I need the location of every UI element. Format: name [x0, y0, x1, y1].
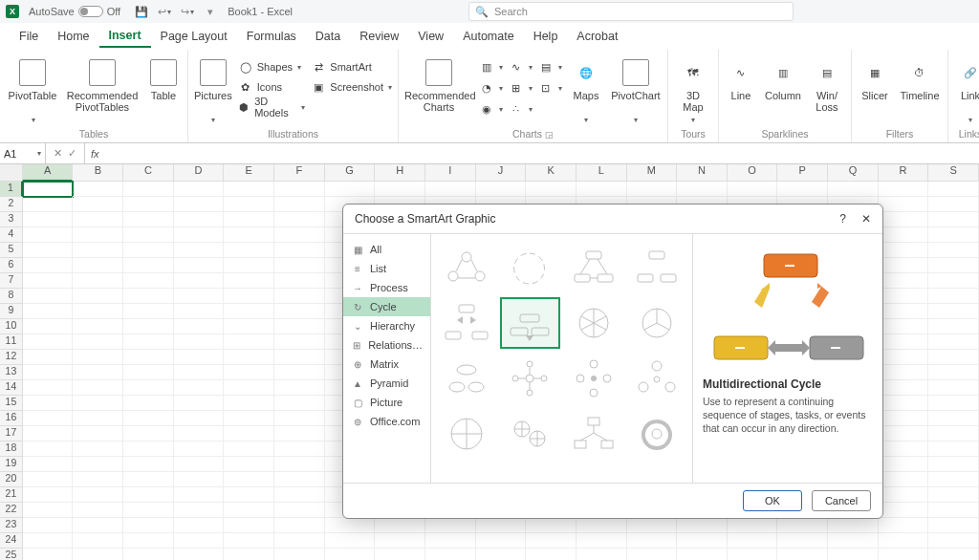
- cell[interactable]: [274, 411, 325, 426]
- cell[interactable]: [928, 243, 979, 258]
- cell[interactable]: [73, 319, 123, 334]
- smartart-thumbnail[interactable]: [627, 408, 686, 460]
- cell[interactable]: [123, 365, 174, 380]
- cell[interactable]: [224, 472, 274, 487]
- smartart-thumbnail[interactable]: [500, 408, 559, 460]
- category-item[interactable]: ⊞Relations…: [343, 335, 430, 355]
- cell[interactable]: [224, 365, 274, 380]
- cell[interactable]: [375, 182, 425, 197]
- cell[interactable]: [928, 350, 979, 365]
- timeline-button[interactable]: ⏱Timeline: [898, 57, 942, 113]
- recommended-charts-button[interactable]: Recommended Charts: [404, 57, 473, 113]
- tab-file[interactable]: File: [10, 26, 48, 47]
- cell[interactable]: [73, 227, 123, 243]
- cell[interactable]: [224, 396, 274, 411]
- cell[interactable]: [73, 503, 123, 518]
- cell[interactable]: [123, 319, 174, 334]
- table-button[interactable]: Table: [145, 57, 182, 113]
- sparkline-winloss-button[interactable]: ▤Win/ Loss: [809, 57, 845, 113]
- cell[interactable]: [224, 533, 274, 549]
- cell[interactable]: [274, 319, 325, 334]
- cell[interactable]: [123, 334, 174, 350]
- tab-view[interactable]: View: [408, 26, 453, 47]
- cell[interactable]: [224, 411, 274, 426]
- ok-button[interactable]: OK: [743, 490, 802, 511]
- smartart-thumbnail[interactable]: [500, 353, 559, 404]
- cell[interactable]: [274, 457, 325, 472]
- cell[interactable]: [23, 533, 74, 549]
- cell[interactable]: [73, 365, 123, 380]
- cell[interactable]: [274, 258, 325, 273]
- cell[interactable]: [73, 197, 123, 212]
- cell[interactable]: [325, 182, 376, 197]
- row-header[interactable]: 18: [0, 442, 23, 457]
- cell[interactable]: [274, 334, 325, 350]
- cell[interactable]: [23, 549, 74, 560]
- cell[interactable]: [23, 426, 74, 442]
- pivottable-button[interactable]: PivotTable▾: [6, 57, 59, 125]
- cell[interactable]: [879, 549, 929, 560]
- cell[interactable]: [224, 197, 274, 212]
- cell[interactable]: [23, 289, 74, 304]
- cell[interactable]: [879, 396, 929, 411]
- cell[interactable]: [174, 426, 225, 442]
- undo-icon[interactable]: ↩▾: [157, 4, 172, 19]
- cell[interactable]: [425, 533, 476, 549]
- cell[interactable]: [928, 334, 979, 350]
- cell[interactable]: [879, 518, 929, 533]
- cell[interactable]: [375, 549, 425, 560]
- cell[interactable]: [224, 227, 274, 243]
- cell[interactable]: [879, 411, 929, 426]
- row-header[interactable]: 20: [0, 472, 23, 487]
- row-header[interactable]: 21: [0, 487, 23, 503]
- cell[interactable]: [174, 289, 225, 304]
- 3d-map-button[interactable]: 🗺3D Map▾: [674, 57, 712, 125]
- category-item[interactable]: ▢Picture: [343, 393, 430, 412]
- cell[interactable]: [728, 533, 778, 549]
- cell[interactable]: [928, 304, 979, 319]
- cell[interactable]: [174, 334, 225, 350]
- cell[interactable]: [274, 243, 325, 258]
- select-all-corner[interactable]: [0, 164, 23, 182]
- statistic-chart-button[interactable]: ⊞▾: [509, 78, 533, 97]
- cell[interactable]: [879, 182, 929, 197]
- cell[interactable]: [123, 396, 174, 411]
- cell[interactable]: [224, 258, 274, 273]
- cell[interactable]: [224, 442, 274, 457]
- cell[interactable]: [879, 258, 929, 273]
- smartart-button[interactable]: ⇄SmartArt: [311, 57, 392, 76]
- cell[interactable]: [73, 380, 123, 396]
- cell[interactable]: [879, 289, 929, 304]
- cell[interactable]: [274, 273, 325, 289]
- cell[interactable]: [928, 182, 979, 197]
- cell[interactable]: [174, 487, 225, 503]
- row-header[interactable]: 25: [0, 549, 23, 560]
- cell[interactable]: [325, 518, 376, 533]
- cell[interactable]: [224, 182, 274, 197]
- cell[interactable]: [23, 182, 74, 197]
- cell[interactable]: [123, 350, 174, 365]
- row-header[interactable]: 15: [0, 396, 23, 411]
- cell[interactable]: [123, 197, 174, 212]
- charts-launcher-icon[interactable]: ◲: [545, 130, 554, 140]
- cell[interactable]: [728, 549, 778, 560]
- column-chart-button[interactable]: ▥▾: [479, 57, 503, 76]
- slicer-button[interactable]: ▦Slicer: [858, 57, 892, 113]
- smartart-thumbnail[interactable]: [437, 408, 496, 460]
- cell[interactable]: [828, 518, 879, 533]
- cell[interactable]: [777, 533, 828, 549]
- cell[interactable]: [224, 319, 274, 334]
- cell[interactable]: [274, 182, 325, 197]
- cell[interactable]: [879, 533, 929, 549]
- shapes-button[interactable]: ◯Shapes▾: [238, 57, 306, 76]
- cell[interactable]: [274, 549, 325, 560]
- smartart-thumbnail[interactable]: [437, 242, 496, 293]
- cell[interactable]: [174, 457, 225, 472]
- cell[interactable]: [274, 426, 325, 442]
- cell[interactable]: [224, 273, 274, 289]
- cell[interactable]: [577, 533, 627, 549]
- column-header[interactable]: P: [777, 164, 828, 182]
- cell[interactable]: [123, 442, 174, 457]
- cell[interactable]: [928, 212, 979, 227]
- icons-button[interactable]: ✿Icons: [238, 77, 306, 97]
